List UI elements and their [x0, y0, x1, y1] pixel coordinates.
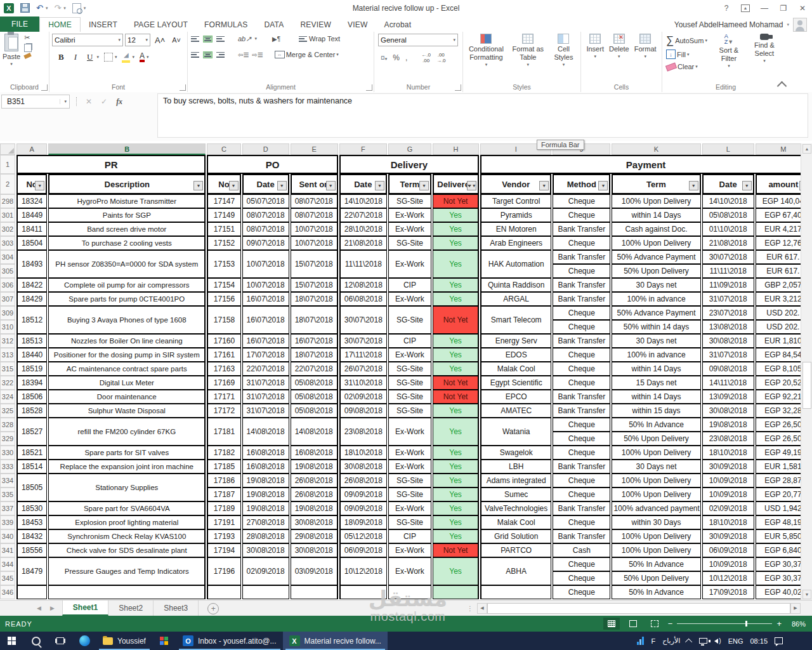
grid-cell[interactable]: 18\07\2018	[291, 292, 338, 306]
cell-amount[interactable]: EUR 4,217	[756, 222, 801, 236]
grid-cell[interactable]: 06\09\2018	[339, 543, 387, 557]
grid-cell[interactable]: 19\08\2018	[702, 418, 754, 432]
grid-cell[interactable]: 16\08\2018	[242, 446, 289, 460]
grid-cell[interactable]: 26\07\2018	[339, 362, 387, 376]
tray-expand-icon[interactable]	[685, 638, 692, 645]
save-icon[interactable]	[20, 3, 30, 13]
cell-vendor[interactable]: ABHA	[480, 557, 551, 585]
cut-button[interactable]: ✂	[24, 34, 32, 42]
tray-letter[interactable]: F	[651, 637, 655, 645]
vertical-scroll-thumb[interactable]	[802, 362, 811, 409]
top-align-button[interactable]	[190, 36, 200, 43]
cell-description[interactable]: AC maintenance contract spare parts	[48, 362, 206, 376]
grid-cell[interactable]: 17153	[207, 250, 240, 278]
cell-amount[interactable]: EGP 140,04	[756, 194, 801, 208]
grid-cell[interactable]: SG-Site	[388, 194, 431, 208]
column-header-E[interactable]: E	[291, 143, 338, 155]
grid-cell[interactable]: Cheque	[553, 348, 610, 362]
row-header[interactable]: 307	[0, 292, 15, 306]
cell-pr-no[interactable]: 18527	[16, 418, 47, 446]
row-header[interactable]: 333	[0, 460, 15, 474]
table-header-sent-on[interactable]: Sent on▼	[291, 174, 338, 194]
tab-file[interactable]: FILE	[0, 17, 39, 32]
grid-cell[interactable]: 18\10\2018	[339, 446, 387, 460]
cell-pr-no[interactable]: 18324	[16, 194, 47, 208]
grid-cell[interactable]: Cheque	[553, 236, 610, 250]
grid-cell[interactable]: Cheque	[553, 376, 610, 390]
grid-cell[interactable]: 17154	[207, 278, 240, 292]
cell-description[interactable]: Buying 3 Avaya Phones of type 1608	[48, 306, 206, 334]
cell-vendor[interactable]: Egypt Scientific	[480, 376, 551, 390]
cell-vendor[interactable]: Pyramids	[480, 208, 551, 222]
grid-cell[interactable]: Bank Transfer	[553, 404, 610, 418]
grid-cell[interactable]: 17161	[207, 348, 240, 362]
underline-button[interactable]: U	[84, 51, 95, 63]
grid-cell[interactable]: CIP	[388, 278, 431, 292]
grid-cell[interactable]: Bank Transfer	[553, 222, 610, 236]
row-header[interactable]: 305	[0, 264, 15, 278]
grid-cell[interactable]: 50% In Advance	[612, 557, 700, 571]
conditional-formatting-dropdown-icon[interactable]: ▾	[485, 62, 488, 67]
cell-description[interactable]: Positioner for the dosing pump in SIR sy…	[48, 348, 206, 362]
grid-cell[interactable]: 09\08\2018	[339, 404, 387, 418]
table-header-vendor[interactable]: Vendor▼	[480, 174, 551, 194]
table-header-term[interactable]: Term▼	[612, 174, 700, 194]
row-header[interactable]: 298	[0, 194, 15, 208]
vertical-scrollbar[interactable]: ▲ ▼	[801, 143, 812, 600]
center-button[interactable]	[203, 51, 213, 58]
grid-cell[interactable]: 30\08\2018	[702, 334, 754, 348]
cell-amount[interactable]: EGP 6,840	[756, 543, 801, 557]
cell-delivered[interactable]: Yes	[433, 557, 479, 585]
grid-cell[interactable]: 29\08\2018	[291, 529, 338, 543]
cell-delivered[interactable]: Yes	[433, 222, 479, 236]
grid-cell[interactable]	[207, 585, 240, 599]
row-header[interactable]: 313	[0, 348, 15, 362]
cell-amount[interactable]: EUR 617.	[756, 264, 801, 278]
delete-cells-button[interactable]: ✕ Delete ▾	[609, 34, 629, 59]
column-header-G[interactable]: G	[388, 143, 431, 155]
wrap-text-button[interactable]: Wrap Text	[297, 34, 341, 44]
row-header[interactable]: 334	[0, 474, 15, 488]
column-header-A[interactable]: A	[16, 143, 47, 155]
column-header-C[interactable]: C	[207, 143, 240, 155]
row-header[interactable]: 304	[0, 250, 15, 264]
table-header-amount[interactable]: amount▼	[756, 174, 801, 194]
grid-cell[interactable]: 30\07\2018	[339, 334, 387, 348]
grid-cell[interactable]: 10\07\2018	[291, 236, 338, 250]
grid-cell[interactable]: SG-Site	[388, 306, 431, 334]
page-layout-view-button[interactable]	[625, 618, 641, 630]
row-header[interactable]: 309	[0, 306, 15, 320]
grid-cell[interactable]: 17191	[207, 515, 240, 529]
cell-amount[interactable]: EGP 67,40	[756, 208, 801, 222]
cell-pr-no[interactable]: 18514	[16, 460, 47, 474]
row-header[interactable]: 315	[0, 362, 15, 376]
row-header[interactable]: 340	[0, 529, 15, 543]
grid-cell[interactable]: 05\12\2018	[339, 529, 387, 543]
grid-cell[interactable]: 16\08\2018	[291, 446, 338, 460]
grid-cell[interactable]: 50% within 14 days	[612, 320, 700, 334]
cell-delivered[interactable]: Yes	[433, 236, 479, 250]
grid-cell[interactable]: Bank Transfer	[553, 390, 610, 404]
grid-cell[interactable]: 02\09\2018	[702, 501, 754, 515]
grid-cell[interactable]: 12\08\2018	[339, 278, 387, 292]
filter-button[interactable]: ▼	[419, 181, 429, 190]
bold-button[interactable]: B	[56, 51, 67, 63]
decrease-decimal-button[interactable]: .00→.0	[436, 52, 446, 63]
grid-cell[interactable]	[291, 585, 338, 599]
grid-cell[interactable]: Cheque	[553, 585, 610, 599]
grid-cell[interactable]: 22\07\2018	[242, 362, 289, 376]
grid-cell[interactable]: 31\07\2018	[702, 292, 754, 306]
middle-align-button[interactable]	[203, 36, 213, 43]
grid-cell[interactable]: Ex-Work	[388, 250, 431, 278]
scroll-up-icon[interactable]: ▲	[802, 144, 811, 154]
select-all-corner[interactable]	[0, 143, 15, 155]
grid-cell[interactable]: within 15 days	[612, 404, 700, 418]
cell-amount[interactable]: GBP 2,057	[756, 278, 801, 292]
grid-cell[interactable]: 18\09\2018	[339, 515, 387, 529]
cell-pr-no[interactable]: 18513	[16, 334, 47, 348]
grid-cell[interactable]: 19\08\2018	[242, 488, 289, 501]
grid-cell[interactable]: 17196	[207, 557, 240, 585]
chart-app-tray-icon[interactable]	[637, 637, 644, 645]
cell-pr-no[interactable]: 18422	[16, 278, 47, 292]
cell-delivered[interactable]: Yes	[433, 292, 479, 306]
